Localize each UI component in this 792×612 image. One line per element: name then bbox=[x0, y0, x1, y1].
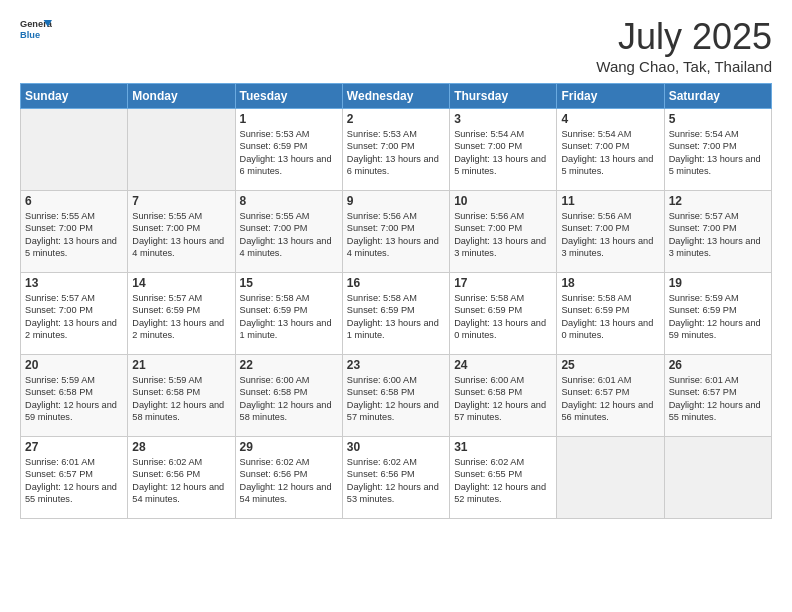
calendar-cell: 8Sunrise: 5:55 AMSunset: 7:00 PMDaylight… bbox=[235, 191, 342, 273]
calendar-cell: 30Sunrise: 6:02 AMSunset: 6:56 PMDayligh… bbox=[342, 437, 449, 519]
day-number: 31 bbox=[454, 440, 552, 454]
day-number: 7 bbox=[132, 194, 230, 208]
calendar-cell: 13Sunrise: 5:57 AMSunset: 7:00 PMDayligh… bbox=[21, 273, 128, 355]
day-number: 13 bbox=[25, 276, 123, 290]
day-number: 19 bbox=[669, 276, 767, 290]
calendar-cell: 1Sunrise: 5:53 AMSunset: 6:59 PMDaylight… bbox=[235, 109, 342, 191]
calendar-cell bbox=[557, 437, 664, 519]
day-number: 11 bbox=[561, 194, 659, 208]
day-number: 26 bbox=[669, 358, 767, 372]
cell-info: Sunrise: 5:58 AMSunset: 6:59 PMDaylight:… bbox=[561, 293, 653, 340]
cell-info: Sunrise: 5:55 AMSunset: 7:00 PMDaylight:… bbox=[240, 211, 332, 258]
calendar-week-row: 27Sunrise: 6:01 AMSunset: 6:57 PMDayligh… bbox=[21, 437, 772, 519]
cell-info: Sunrise: 5:57 AMSunset: 6:59 PMDaylight:… bbox=[132, 293, 224, 340]
day-number: 28 bbox=[132, 440, 230, 454]
day-number: 27 bbox=[25, 440, 123, 454]
day-number: 22 bbox=[240, 358, 338, 372]
weekday-header: Saturday bbox=[664, 84, 771, 109]
cell-info: Sunrise: 5:53 AMSunset: 6:59 PMDaylight:… bbox=[240, 129, 332, 176]
calendar-cell: 12Sunrise: 5:57 AMSunset: 7:00 PMDayligh… bbox=[664, 191, 771, 273]
cell-info: Sunrise: 6:02 AMSunset: 6:56 PMDaylight:… bbox=[347, 457, 439, 504]
calendar-cell: 25Sunrise: 6:01 AMSunset: 6:57 PMDayligh… bbox=[557, 355, 664, 437]
calendar-cell: 26Sunrise: 6:01 AMSunset: 6:57 PMDayligh… bbox=[664, 355, 771, 437]
calendar-cell: 14Sunrise: 5:57 AMSunset: 6:59 PMDayligh… bbox=[128, 273, 235, 355]
cell-info: Sunrise: 6:02 AMSunset: 6:56 PMDaylight:… bbox=[132, 457, 224, 504]
day-number: 30 bbox=[347, 440, 445, 454]
header: General Blue July 2025 Wang Chao, Tak, T… bbox=[20, 16, 772, 75]
weekday-header: Tuesday bbox=[235, 84, 342, 109]
cell-info: Sunrise: 5:58 AMSunset: 6:59 PMDaylight:… bbox=[454, 293, 546, 340]
calendar-week-row: 1Sunrise: 5:53 AMSunset: 6:59 PMDaylight… bbox=[21, 109, 772, 191]
calendar-cell: 18Sunrise: 5:58 AMSunset: 6:59 PMDayligh… bbox=[557, 273, 664, 355]
calendar-cell: 7Sunrise: 5:55 AMSunset: 7:00 PMDaylight… bbox=[128, 191, 235, 273]
logo-icon: General Blue bbox=[20, 16, 52, 44]
calendar-cell: 15Sunrise: 5:58 AMSunset: 6:59 PMDayligh… bbox=[235, 273, 342, 355]
calendar-cell: 21Sunrise: 5:59 AMSunset: 6:58 PMDayligh… bbox=[128, 355, 235, 437]
calendar-cell: 2Sunrise: 5:53 AMSunset: 7:00 PMDaylight… bbox=[342, 109, 449, 191]
cell-info: Sunrise: 5:56 AMSunset: 7:00 PMDaylight:… bbox=[561, 211, 653, 258]
day-number: 15 bbox=[240, 276, 338, 290]
day-number: 25 bbox=[561, 358, 659, 372]
day-number: 2 bbox=[347, 112, 445, 126]
page: General Blue July 2025 Wang Chao, Tak, T… bbox=[0, 0, 792, 612]
calendar-cell: 20Sunrise: 5:59 AMSunset: 6:58 PMDayligh… bbox=[21, 355, 128, 437]
calendar-cell: 4Sunrise: 5:54 AMSunset: 7:00 PMDaylight… bbox=[557, 109, 664, 191]
cell-info: Sunrise: 6:01 AMSunset: 6:57 PMDaylight:… bbox=[669, 375, 761, 422]
weekday-header: Wednesday bbox=[342, 84, 449, 109]
calendar-cell: 24Sunrise: 6:00 AMSunset: 6:58 PMDayligh… bbox=[450, 355, 557, 437]
calendar-cell bbox=[21, 109, 128, 191]
cell-info: Sunrise: 5:56 AMSunset: 7:00 PMDaylight:… bbox=[454, 211, 546, 258]
day-number: 5 bbox=[669, 112, 767, 126]
calendar-cell: 6Sunrise: 5:55 AMSunset: 7:00 PMDaylight… bbox=[21, 191, 128, 273]
calendar-cell: 27Sunrise: 6:01 AMSunset: 6:57 PMDayligh… bbox=[21, 437, 128, 519]
calendar-cell bbox=[664, 437, 771, 519]
weekday-header: Friday bbox=[557, 84, 664, 109]
cell-info: Sunrise: 6:02 AMSunset: 6:56 PMDaylight:… bbox=[240, 457, 332, 504]
calendar-week-row: 6Sunrise: 5:55 AMSunset: 7:00 PMDaylight… bbox=[21, 191, 772, 273]
cell-info: Sunrise: 5:55 AMSunset: 7:00 PMDaylight:… bbox=[132, 211, 224, 258]
day-number: 24 bbox=[454, 358, 552, 372]
cell-info: Sunrise: 5:54 AMSunset: 7:00 PMDaylight:… bbox=[454, 129, 546, 176]
cell-info: Sunrise: 5:57 AMSunset: 7:00 PMDaylight:… bbox=[669, 211, 761, 258]
cell-info: Sunrise: 5:57 AMSunset: 7:00 PMDaylight:… bbox=[25, 293, 117, 340]
cell-info: Sunrise: 6:00 AMSunset: 6:58 PMDaylight:… bbox=[454, 375, 546, 422]
cell-info: Sunrise: 5:53 AMSunset: 7:00 PMDaylight:… bbox=[347, 129, 439, 176]
calendar-cell: 11Sunrise: 5:56 AMSunset: 7:00 PMDayligh… bbox=[557, 191, 664, 273]
cell-info: Sunrise: 6:00 AMSunset: 6:58 PMDaylight:… bbox=[240, 375, 332, 422]
calendar-cell: 23Sunrise: 6:00 AMSunset: 6:58 PMDayligh… bbox=[342, 355, 449, 437]
cell-info: Sunrise: 6:00 AMSunset: 6:58 PMDaylight:… bbox=[347, 375, 439, 422]
weekday-header: Sunday bbox=[21, 84, 128, 109]
cell-info: Sunrise: 6:01 AMSunset: 6:57 PMDaylight:… bbox=[25, 457, 117, 504]
calendar-cell: 19Sunrise: 5:59 AMSunset: 6:59 PMDayligh… bbox=[664, 273, 771, 355]
calendar-week-row: 13Sunrise: 5:57 AMSunset: 7:00 PMDayligh… bbox=[21, 273, 772, 355]
calendar-cell: 28Sunrise: 6:02 AMSunset: 6:56 PMDayligh… bbox=[128, 437, 235, 519]
cell-info: Sunrise: 5:58 AMSunset: 6:59 PMDaylight:… bbox=[240, 293, 332, 340]
day-number: 21 bbox=[132, 358, 230, 372]
day-number: 1 bbox=[240, 112, 338, 126]
calendar-cell: 29Sunrise: 6:02 AMSunset: 6:56 PMDayligh… bbox=[235, 437, 342, 519]
day-number: 6 bbox=[25, 194, 123, 208]
calendar-cell: 10Sunrise: 5:56 AMSunset: 7:00 PMDayligh… bbox=[450, 191, 557, 273]
weekday-header-row: SundayMondayTuesdayWednesdayThursdayFrid… bbox=[21, 84, 772, 109]
day-number: 23 bbox=[347, 358, 445, 372]
calendar-cell: 31Sunrise: 6:02 AMSunset: 6:55 PMDayligh… bbox=[450, 437, 557, 519]
calendar-week-row: 20Sunrise: 5:59 AMSunset: 6:58 PMDayligh… bbox=[21, 355, 772, 437]
weekday-header: Monday bbox=[128, 84, 235, 109]
calendar-cell bbox=[128, 109, 235, 191]
location: Wang Chao, Tak, Thailand bbox=[596, 58, 772, 75]
day-number: 14 bbox=[132, 276, 230, 290]
cell-info: Sunrise: 6:02 AMSunset: 6:55 PMDaylight:… bbox=[454, 457, 546, 504]
cell-info: Sunrise: 6:01 AMSunset: 6:57 PMDaylight:… bbox=[561, 375, 653, 422]
day-number: 4 bbox=[561, 112, 659, 126]
cell-info: Sunrise: 5:59 AMSunset: 6:58 PMDaylight:… bbox=[132, 375, 224, 422]
calendar-table: SundayMondayTuesdayWednesdayThursdayFrid… bbox=[20, 83, 772, 519]
day-number: 20 bbox=[25, 358, 123, 372]
day-number: 18 bbox=[561, 276, 659, 290]
month-title: July 2025 bbox=[596, 16, 772, 58]
weekday-header: Thursday bbox=[450, 84, 557, 109]
day-number: 3 bbox=[454, 112, 552, 126]
calendar-cell: 22Sunrise: 6:00 AMSunset: 6:58 PMDayligh… bbox=[235, 355, 342, 437]
day-number: 17 bbox=[454, 276, 552, 290]
day-number: 10 bbox=[454, 194, 552, 208]
day-number: 8 bbox=[240, 194, 338, 208]
